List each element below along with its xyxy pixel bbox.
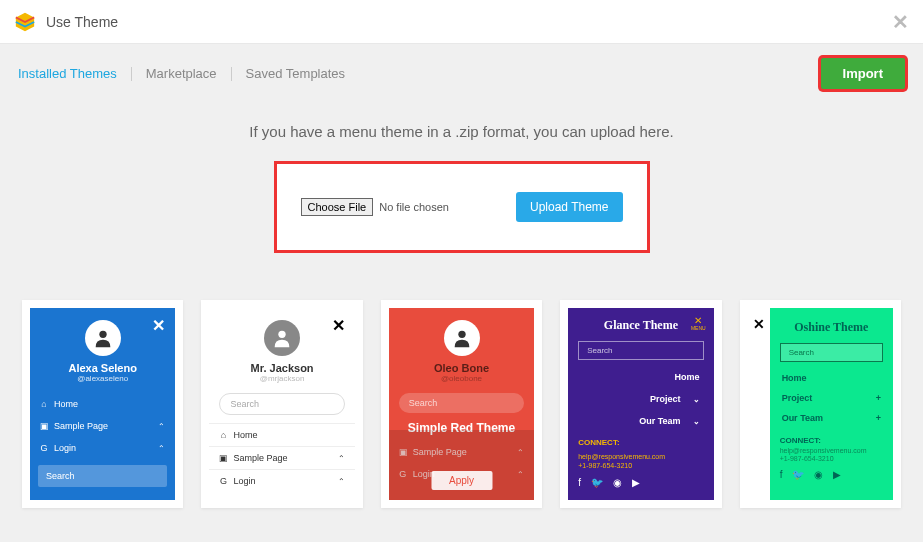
- contact-email: help@responsivemenu.com: [568, 453, 713, 462]
- theme-body: Oshine Theme Search Home Project+ Our Te…: [770, 308, 893, 500]
- menu-label: Login: [233, 476, 255, 486]
- svg-point-1: [278, 331, 285, 338]
- theme-card-jackson[interactable]: ✕ Mr. Jackson @mrjackson Search ⌂Home ▣S…: [201, 300, 362, 508]
- menu-label: Home: [782, 373, 807, 383]
- menu-label: Home: [675, 372, 700, 382]
- chevron-down-icon: ⌄: [693, 417, 700, 426]
- theme-preview: ✕MENU Glance Theme Search Home Project⌄ …: [568, 308, 713, 500]
- theme-card-alexa[interactable]: ✕ Alexa Seleno @alexaseleno ⌂Home ▣Sampl…: [22, 300, 183, 508]
- search-input: Search: [219, 393, 344, 415]
- user-name: Mr. Jackson: [209, 362, 354, 374]
- header-left: Use Theme: [14, 11, 118, 33]
- tab-installed-themes[interactable]: Installed Themes: [18, 66, 131, 81]
- tabs-row: Installed Themes Marketplace Saved Templ…: [0, 44, 923, 103]
- chevron-up-icon: ⌃: [158, 444, 165, 453]
- contact-email: help@responsivemenu.com: [770, 447, 893, 455]
- menu-item: Our Team+: [770, 408, 893, 428]
- menu-item: Home: [770, 368, 893, 388]
- instagram-icon: ◉: [613, 477, 622, 488]
- menu-item: Project+: [770, 388, 893, 408]
- upload-box: Choose File No file chosen Upload Theme: [277, 164, 647, 250]
- close-icon[interactable]: ✕: [892, 10, 909, 34]
- theme-card-simple-red[interactable]: Oleo Bone @oleobone Search Simple Red Th…: [381, 300, 542, 508]
- close-icon: ✕: [748, 308, 770, 500]
- menu-item: GLogin⌃: [209, 469, 354, 492]
- theme-card-glance[interactable]: ✕MENU Glance Theme Search Home Project⌄ …: [560, 300, 721, 508]
- menu-label: Home: [54, 399, 78, 409]
- upload-caption: If you have a menu theme in a .zip forma…: [0, 123, 923, 140]
- instagram-icon: ◉: [814, 469, 823, 480]
- menu-item: ▣Sample Page⌃: [30, 415, 175, 437]
- chevron-down-icon: ⌄: [693, 395, 700, 404]
- theme-preview: ✕ Mr. Jackson @mrjackson Search ⌂Home ▣S…: [209, 308, 354, 500]
- theme-title: Oshine Theme: [770, 320, 893, 335]
- modal-header: Use Theme ✕: [0, 0, 923, 44]
- menu-item: ▣Sample Page⌃: [209, 446, 354, 469]
- chevron-up-icon: ⌃: [158, 422, 165, 431]
- menu-item: Our Team⌄: [568, 410, 713, 432]
- menu-label: Our Team: [639, 416, 680, 426]
- login-icon: G: [219, 476, 227, 486]
- twitter-icon: 🐦: [792, 469, 804, 480]
- facebook-icon: f: [780, 469, 783, 480]
- home-icon: ⌂: [219, 430, 227, 440]
- menu-label: MENU: [691, 326, 706, 331]
- search-input: Search: [38, 465, 167, 487]
- login-icon: G: [40, 443, 48, 453]
- menu-label: Project: [650, 394, 681, 404]
- contact-phone: +1-987-654-3210: [568, 462, 713, 471]
- menu-item: ⌂Home: [30, 393, 175, 415]
- file-status-text: No file chosen: [379, 201, 449, 213]
- user-handle: @oleobone: [389, 374, 534, 383]
- twitter-icon: 🐦: [591, 477, 603, 488]
- menu-label: Sample Page: [233, 453, 287, 463]
- search-input: Search: [399, 393, 524, 413]
- chevron-up-icon: ⌃: [338, 477, 345, 486]
- modal-title: Use Theme: [46, 14, 118, 30]
- social-icons: f 🐦 ◉ ▶: [568, 471, 713, 494]
- tab-marketplace[interactable]: Marketplace: [132, 66, 231, 81]
- youtube-icon: ▶: [632, 477, 640, 488]
- menu-label: Sample Page: [54, 421, 108, 431]
- theme-preview: ✕ Alexa Seleno @alexaseleno ⌂Home ▣Sampl…: [30, 308, 175, 500]
- avatar-icon: [264, 320, 300, 356]
- social-icons: f 🐦 ◉ ▶: [770, 463, 893, 486]
- search-input: Search: [578, 341, 703, 360]
- search-input: Search: [780, 343, 883, 362]
- menu-label: Home: [233, 430, 257, 440]
- plus-icon: +: [876, 413, 881, 423]
- theme-card-oshine[interactable]: ✕ Oshine Theme Search Home Project+ Our …: [740, 300, 901, 508]
- apply-button[interactable]: Apply: [431, 471, 492, 490]
- app-logo-icon: [14, 11, 36, 33]
- menu-label: Our Team: [782, 413, 823, 423]
- tabs: Installed Themes Marketplace Saved Templ…: [18, 66, 359, 81]
- user-name: Alexa Seleno: [30, 362, 175, 374]
- menu-label: Project: [782, 393, 813, 403]
- page-icon: ▣: [219, 453, 227, 463]
- choose-file-button[interactable]: Choose File: [301, 198, 374, 216]
- connect-label: CONNECT:: [568, 432, 713, 453]
- hamburger-icon: ✕MENU: [691, 316, 706, 331]
- plus-icon: +: [876, 393, 881, 403]
- user-handle: @alexaseleno: [30, 374, 175, 383]
- menu-item: Project⌄: [568, 388, 713, 410]
- connect-label: CONNECT:: [770, 428, 893, 447]
- upload-theme-button[interactable]: Upload Theme: [516, 192, 623, 222]
- svg-point-2: [458, 331, 465, 338]
- user-name: Oleo Bone: [389, 362, 534, 374]
- menu-item: Home: [568, 366, 713, 388]
- home-icon: ⌂: [40, 399, 48, 409]
- upload-section: If you have a menu theme in a .zip forma…: [0, 103, 923, 280]
- user-handle: @mrjackson: [209, 374, 354, 383]
- facebook-icon: f: [578, 477, 581, 488]
- close-icon: ✕: [152, 316, 165, 335]
- file-input-group: Choose File No file chosen: [301, 198, 449, 216]
- avatar-icon: [85, 320, 121, 356]
- menu-item: GLogin⌃: [30, 437, 175, 459]
- tab-saved-templates[interactable]: Saved Templates: [232, 66, 360, 81]
- menu-label: Login: [54, 443, 76, 453]
- chevron-up-icon: ⌃: [338, 454, 345, 463]
- contact-phone: +1-987-654-3210: [770, 455, 893, 463]
- import-button[interactable]: Import: [821, 58, 905, 89]
- page-icon: ▣: [40, 421, 48, 431]
